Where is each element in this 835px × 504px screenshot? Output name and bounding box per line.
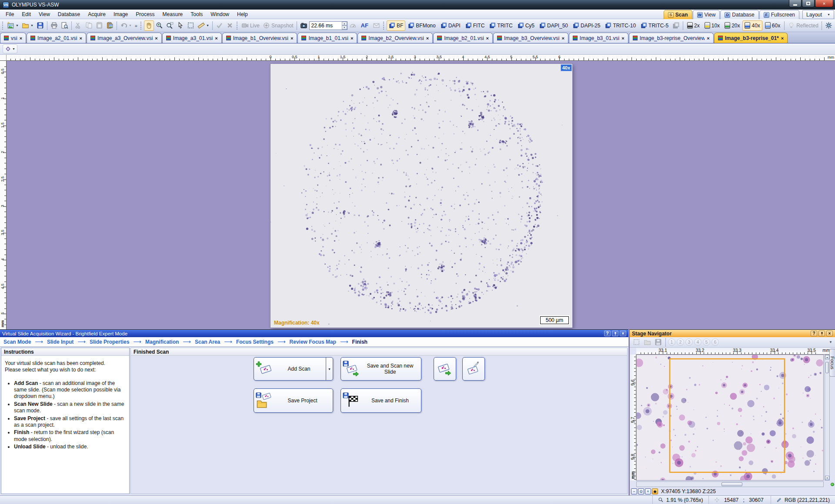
document-tab[interactable]: Image_b2_Overview.vsi × (357, 33, 433, 43)
scrollbar-thumb[interactable] (825, 362, 829, 373)
document-tab[interactable]: Image_a3_01.vsi × (162, 33, 222, 43)
tab-close-icon[interactable]: × (621, 36, 624, 41)
wizard-step-label[interactable]: Slide Input (47, 339, 73, 345)
document-tab[interactable]: Image_b1_Overview.vsi × (222, 33, 297, 43)
menu-item[interactable]: Database (54, 10, 84, 18)
objective-button[interactable]: 40x (742, 20, 762, 31)
menu-item[interactable]: Process (132, 10, 158, 18)
wizard-step[interactable]: Review Focus Map ⟶ (290, 338, 352, 345)
snapshot-button[interactable]: Snapshot (261, 20, 295, 31)
tab-close-icon[interactable]: × (351, 36, 353, 41)
menu-item[interactable]: File (2, 10, 18, 18)
confirm-button[interactable] (214, 20, 224, 31)
objective-button[interactable]: 2x (685, 20, 702, 31)
tab-close-icon[interactable]: × (80, 36, 82, 41)
camera-settings-button[interactable] (299, 20, 309, 31)
add-scan-dropdown[interactable]: ▼ (326, 358, 333, 380)
wizard-step-label[interactable]: Finish (352, 339, 367, 345)
annotation-shape-button[interactable]: ▼ (3, 44, 17, 53)
tab-close-icon[interactable]: × (291, 36, 293, 41)
new-image-button[interactable]: ▼ (6, 20, 20, 31)
menu-item[interactable]: Tools (187, 10, 207, 18)
live-view-button[interactable]: Live (240, 20, 261, 31)
tab-close-icon[interactable]: × (426, 36, 429, 41)
toolbar-grip[interactable] (383, 22, 385, 30)
exposure-time-input[interactable] (311, 23, 337, 29)
wizard-step[interactable]: Slide Properties ⟶ (90, 338, 145, 345)
workspace-tab[interactable]: S Scan (664, 10, 692, 19)
channel-button[interactable]: DAPI (438, 20, 463, 31)
wizard-step[interactable]: Finish (352, 339, 375, 345)
workspace-tab[interactable]: W View (693, 10, 720, 19)
wizard-step-label[interactable]: Review Focus Map (290, 339, 336, 345)
position-stamp-button[interactable]: 1 (668, 338, 675, 346)
menu-item[interactable]: Acquire (84, 10, 110, 18)
menu-item[interactable]: Window (207, 10, 233, 18)
acquisition-settings-button[interactable] (824, 20, 834, 31)
nav-zoom-button[interactable]: ⊙ (638, 488, 644, 494)
tab-close-icon[interactable]: × (20, 36, 22, 41)
navigator-stage-view[interactable] (636, 355, 824, 481)
close-icon[interactable]: × (620, 331, 626, 336)
workspace-tab[interactable]: F Fullscreen (759, 10, 799, 19)
minimize-button[interactable] (789, 0, 802, 7)
channel-button[interactable]: TRITC (487, 20, 514, 31)
paste-image-button[interactable] (105, 20, 115, 31)
cancel-button[interactable] (225, 20, 235, 31)
wizard-step[interactable]: Scan Area ⟶ (195, 338, 236, 345)
save-and-scan-new-slide-button[interactable]: Save and Scan new Slide (341, 357, 421, 381)
help-icon[interactable]: ? (811, 331, 817, 336)
unload-slide-button[interactable] (462, 357, 485, 381)
wizard-step[interactable]: Slide Input ⟶ (47, 338, 90, 345)
menu-item[interactable]: Image (110, 10, 132, 18)
nav-zoom-button[interactable]: ◆ (652, 488, 658, 494)
document-tab[interactable]: vsi × (0, 33, 26, 43)
wizard-step[interactable]: Scan Mode ⟶ (3, 338, 47, 345)
copy-button[interactable] (84, 20, 94, 31)
tab-close-icon[interactable]: × (155, 36, 157, 41)
image-canvas[interactable]: 40x Magnification: 40x 500 µm (7, 61, 835, 329)
objective-button[interactable]: 60x (763, 20, 782, 31)
document-tab[interactable]: Image_b3-reprise_Overview* × (629, 33, 714, 43)
cut-button[interactable] (73, 20, 84, 31)
wizard-step-label[interactable]: Scan Mode (3, 339, 31, 345)
nav-zoom-button[interactable]: − (631, 488, 637, 494)
document-tab[interactable]: Image_b3_01.vsi × (569, 33, 628, 43)
channel-button[interactable]: BFMono (406, 20, 438, 31)
exposure-meter-button[interactable] (348, 20, 358, 31)
channel-button[interactable]: Cy5 (515, 20, 537, 31)
wizard-step[interactable]: Magnification ⟶ (145, 338, 195, 345)
menu-item[interactable]: Edit (18, 10, 35, 18)
tab-close-icon[interactable]: × (215, 36, 217, 41)
autofocus-button[interactable]: AF (358, 20, 371, 31)
pin-icon[interactable] (818, 331, 825, 336)
menu-item[interactable]: View (35, 10, 54, 18)
tab-close-icon[interactable]: × (781, 36, 784, 41)
position-stamp-button[interactable]: 6 (711, 338, 719, 346)
pan-tool-button[interactable] (144, 20, 154, 31)
wizard-step-label[interactable]: Scan Area (195, 339, 220, 345)
channel-button[interactable]: DAPI_50 (537, 20, 570, 31)
reflected-light-button[interactable]: Reflected (786, 20, 820, 31)
tab-close-icon[interactable]: × (707, 36, 709, 41)
navigator-horizontal-scrollbar[interactable] (636, 481, 824, 487)
document-tab[interactable]: Image_a2_01.vsi × (27, 33, 86, 43)
specimen-image[interactable]: 40x Magnification: 40x 500 µm (271, 64, 572, 328)
nav-zoom-button[interactable]: + (645, 488, 651, 494)
toolbar-overflow-button[interactable]: » (134, 23, 139, 28)
export-button[interactable] (371, 20, 381, 31)
nav-select-rect-button[interactable] (631, 338, 641, 347)
open-button[interactable]: ▼ (20, 20, 35, 31)
help-icon[interactable]: ? (604, 331, 611, 336)
add-scan-button[interactable]: Add Scan ▼ (254, 357, 333, 381)
wizard-step-label[interactable]: Slide Properties (90, 339, 129, 345)
toolbar-grip[interactable] (237, 22, 238, 30)
document-tab[interactable]: Image_b2_01.vsi × (433, 33, 493, 43)
layout-dropdown[interactable]: Layout ▼ (802, 10, 834, 19)
close-button[interactable]: × (815, 0, 833, 7)
nav-save-button[interactable] (653, 338, 663, 347)
objective-button[interactable]: 20x (722, 20, 742, 31)
exposure-spinner[interactable]: ▲ ▼ (342, 22, 347, 30)
toolbar-grip[interactable] (140, 22, 142, 30)
wizard-step-label[interactable]: Magnification (145, 339, 179, 345)
